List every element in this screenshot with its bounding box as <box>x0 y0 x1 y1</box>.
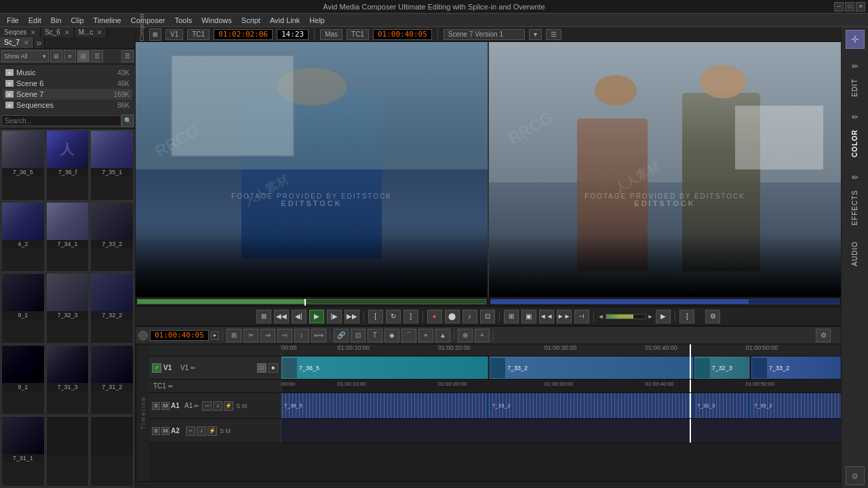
clip-v1-1[interactable]: 7_36_5 <box>281 357 488 379</box>
clip-v1-2[interactable]: 7_33_2 <box>490 357 694 379</box>
thumbnail-91a[interactable]: 9_1 <box>1 273 45 344</box>
transport-extra1[interactable]: ▶ <box>656 310 671 323</box>
bin-menu-button[interactable]: ☰ <box>121 50 134 62</box>
show-all-dropdown[interactable]: Show All ▾ <box>1 50 49 62</box>
menu-avid-link[interactable]: Avid Link <box>266 16 304 25</box>
clip-v1-4[interactable]: 7_33_2 <box>751 357 841 379</box>
a1-clip-1[interactable]: 7_36_5 <box>281 393 488 418</box>
settings-btn[interactable]: ⚙ <box>705 310 720 323</box>
effects-label[interactable]: EFFECTS <box>851 187 859 228</box>
step-forward-button[interactable]: |▶ <box>327 310 342 323</box>
left-progress-bar[interactable] <box>137 299 486 304</box>
in-out-btn[interactable]: ⊡ <box>480 310 495 323</box>
thumbnail-7365[interactable]: 7_36_5 <box>1 130 45 201</box>
record-button[interactable]: ● <box>427 310 442 323</box>
tl-focus-btn[interactable]: ⊕ <box>458 329 473 342</box>
a2-enable-checkbox[interactable]: S <box>152 427 160 435</box>
tl-trim-btn[interactable]: ▲ <box>435 329 450 342</box>
menu-timeline[interactable]: Timeline <box>90 16 125 25</box>
tl-replace-btn[interactable]: ↕ <box>294 329 309 342</box>
play-button[interactable]: ▶ <box>309 310 324 323</box>
tl-keyframe-btn[interactable]: ◆ <box>384 329 399 342</box>
view-list-button[interactable]: ≡ <box>64 50 76 62</box>
audio-btn[interactable]: ♪ <box>462 310 477 323</box>
right-preview-monitor[interactable]: RRCG 人人素材 FOOTAGE PROVIDED BY EDITSTOCK … <box>489 42 841 297</box>
tl-add-btn[interactable]: + <box>475 329 490 342</box>
mark-clip-btn[interactable]: [ <box>679 310 694 323</box>
audio-level-btn[interactable]: ◄◄ <box>539 310 554 323</box>
effects-pen-icon[interactable]: ✏ <box>848 171 862 184</box>
tc-jump-btn[interactable]: ▸ <box>211 331 219 340</box>
audio-label[interactable]: AUDIO <box>851 239 859 269</box>
tl-smart-btn[interactable]: ⌖ <box>418 329 433 342</box>
right-plus-btn[interactable]: ✛ <box>846 30 865 49</box>
a1-clip-4[interactable]: 7_33_2 <box>751 393 808 418</box>
thumbnail-7312[interactable]: 7_31_2 <box>90 345 134 415</box>
menu-clip[interactable]: Clip <box>67 16 88 25</box>
v1-monitor-icon[interactable]: □ <box>257 363 267 373</box>
menu-script[interactable]: Script <box>237 16 264 25</box>
right-settings-btn[interactable]: ⊙ <box>846 466 865 485</box>
audio-slider[interactable] <box>606 314 646 319</box>
thumbnail-91b[interactable]: 9_1 <box>1 345 45 415</box>
a1-pan-icon[interactable]: ↔ <box>202 401 212 411</box>
thumbnail-7332[interactable]: 7_33_2 <box>90 202 134 272</box>
view-grid-button[interactable]: ⊟ <box>77 50 90 62</box>
close-button[interactable]: ✕ <box>856 2 865 12</box>
a1-clip-3[interactable]: 7_32_3 <box>694 393 751 418</box>
fast-play-btn[interactable]: ►► <box>557 310 572 323</box>
step-icon-btn[interactable]: ⊞ <box>256 310 271 323</box>
thumbnail-7341[interactable]: 7_34_1 <box>46 202 90 272</box>
timeline-hscroll[interactable] <box>136 481 841 488</box>
v1-pencil-icon[interactable]: ✏ <box>191 365 196 371</box>
bin-item-scene7[interactable]: ■ Scene 7 169K <box>3 89 132 100</box>
thumbnail-7322[interactable]: 7_32_2 <box>90 273 134 344</box>
menu-bin[interactable]: Bin <box>47 16 66 25</box>
tab-scene7[interactable]: Sc_7 ✕ <box>0 37 34 48</box>
a2-fx-icon[interactable]: ⚡ <box>208 426 217 436</box>
tl-overwrite-btn[interactable]: ⇨ <box>277 329 292 342</box>
loop-button[interactable]: ↻ <box>386 310 401 323</box>
a2-mute-btn[interactable]: M <box>161 427 170 435</box>
menu-composer[interactable]: Composer <box>127 16 170 25</box>
edit-pen-icon[interactable]: ✏ <box>848 60 862 73</box>
fast-forward-button[interactable]: ▶▶ <box>344 310 359 323</box>
scene-label-btn[interactable]: Scene 7 Version 1 <box>443 29 525 40</box>
tl-settings-btn[interactable]: ⚙ <box>816 329 831 342</box>
search-input[interactable] <box>1 115 121 126</box>
composer-settings-icon[interactable]: ⊞ <box>149 28 161 41</box>
a2-pan-icon[interactable]: ↔ <box>186 426 195 436</box>
mark-in-button[interactable]: [ <box>368 310 383 323</box>
bin-item-sequences[interactable]: ■ Sequences 86K <box>3 100 132 110</box>
bin-item-scene6[interactable]: ■ Scene 6 46K <box>3 78 132 89</box>
timeline-circle-btn[interactable] <box>138 331 148 340</box>
end-btn[interactable]: ⊣ <box>574 310 589 323</box>
color-pen-icon[interactable]: ✏ <box>848 110 862 124</box>
tl-rubber-btn[interactable]: ⌒ <box>401 329 416 342</box>
step-back-button[interactable]: ◀| <box>292 310 307 323</box>
tl-fitfill-btn[interactable]: ⟺ <box>311 329 326 342</box>
tc1-pencil-icon[interactable]: ✏ <box>168 383 174 390</box>
clip-v1-3[interactable]: 7_32_3 <box>694 357 751 379</box>
sort-button[interactable]: ⊞ <box>50 50 62 62</box>
thumbnail-736f[interactable]: 人 7_36_f <box>46 130 90 201</box>
menu-help[interactable]: Help <box>305 16 329 25</box>
thumbnail-7313[interactable]: 7_31_3 <box>46 345 90 415</box>
monitor-left-tc1[interactable]: TC1 <box>187 29 210 40</box>
menu-edit[interactable]: Edit <box>24 16 45 25</box>
edit-label[interactable]: EDIT <box>851 76 859 100</box>
tl-sync-btn[interactable]: ⊡ <box>351 329 366 342</box>
a1-mute-btn[interactable]: M <box>161 402 170 410</box>
tl-lift-btn[interactable]: ⊞ <box>226 329 241 342</box>
view-detail-button[interactable]: ☰ <box>91 50 103 62</box>
capture-button[interactable]: ⬤ <box>445 310 460 323</box>
search-button[interactable]: 🔍 <box>121 115 134 127</box>
a1-clip-2[interactable]: 7_33_2 <box>490 393 694 418</box>
thumbnail-7323[interactable]: 7_32_3 <box>46 273 90 344</box>
a1-pencil-icon[interactable]: ✏ <box>194 403 199 409</box>
mark-out-button[interactable]: ] <box>403 310 418 323</box>
tab-music[interactable]: M...c ✕ <box>75 27 107 37</box>
menu-windows[interactable]: Windows <box>197 16 236 25</box>
bin-item-music[interactable]: ■ Music 43K <box>3 67 132 78</box>
maximize-button[interactable]: □ <box>845 2 854 12</box>
